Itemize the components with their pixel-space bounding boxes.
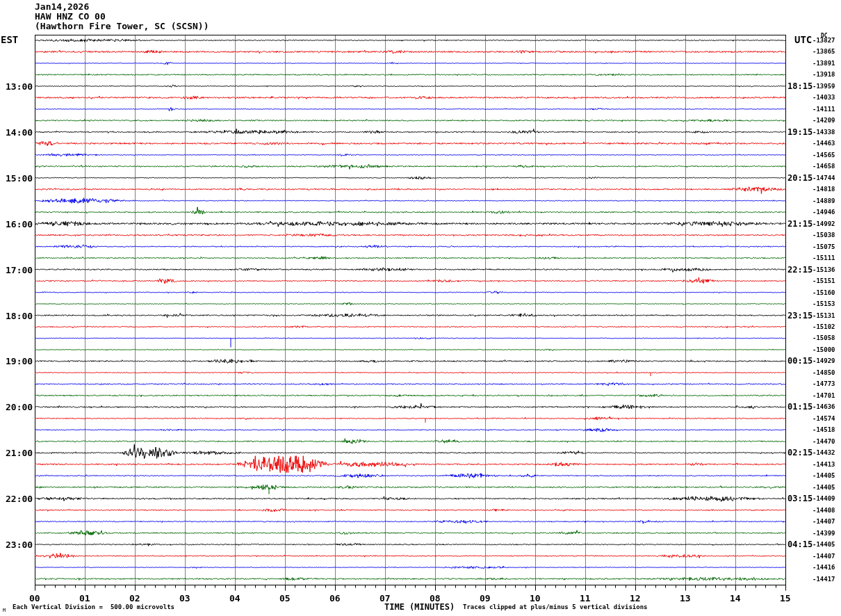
dc-offset-value: -15153 [813,300,835,307]
est-hour-label: 17:00 [6,265,33,275]
x-tick-label: 15 [780,593,791,603]
x-axis-title: TIME (MINUTES) [384,602,455,612]
dc-offset-value: -14416 [813,564,835,571]
x-tick-label: 01 [79,593,90,603]
dc-offset-value: -13891 [813,60,835,67]
right-axis-label-utc: UTC [794,34,812,45]
dc-offset-value: -14701 [813,392,835,399]
x-tick-label: 02 [129,593,140,603]
dc-offset-value: -15058 [813,334,835,341]
est-hour-label: 19:00 [6,356,33,366]
x-tick-label: 05 [279,593,291,603]
dc-offset-value: -14818 [813,186,835,193]
dc-offset-value: -14407 [813,553,835,560]
helicorder-app: Jan14,2026 HAW HNZ CO 00 (Hawthorn Fire … [0,0,841,616]
header-station: HAW HNZ CO 00 [35,12,106,22]
dc-offset-value: -15160 [813,289,835,296]
dc-offset-value: -13918 [813,71,835,78]
dc-offset-value: -14407 [813,518,835,525]
dc-offset-value: -13827 [813,37,835,44]
x-tick-label: 09 [480,593,491,603]
dc-offset-value: -15000 [813,346,835,353]
est-hour-label: 13:00 [6,81,33,92]
dc-offset-value: -15102 [813,323,835,330]
est-hour-label: 22:00 [6,494,33,504]
dc-offset-value: -15038 [813,232,835,238]
dc-offset-value: -15151 [813,277,835,284]
x-tick-label: 03 [179,593,190,603]
dc-offset-value: -14033 [813,94,835,101]
utc-hour-label: 03:15 [787,494,813,503]
dc-offset-value: -14992 [813,220,835,227]
scale-note: Each Vertical Division = 500.00 microvol… [13,603,174,610]
header-date: Jan14,2026 [35,2,89,12]
utc-hour-label: 20:15 [787,173,813,183]
utc-hour-label: 18:15 [787,81,813,91]
utc-hour-label: 21:15 [787,219,813,229]
utc-hour-label: 22:15 [787,265,813,275]
corner-watermark: M [3,608,6,613]
dc-offset-value: -14565 [813,152,835,159]
est-hour-label: 23:00 [6,540,33,550]
header-location: (Hawthorn Fire Tower, SC (SCSN)) [35,22,209,31]
dc-offset-value: -14744 [813,175,835,181]
x-tick-label: 10 [530,593,541,603]
x-tick-label: 11 [580,593,591,603]
dc-offset-value: -14413 [813,461,835,468]
dc-offset-value: -14408 [813,507,835,514]
est-hour-label: 20:00 [6,402,33,412]
x-tick-label: 00 [29,593,40,603]
est-hour-label: 16:00 [6,219,33,229]
utc-hour-label: 04:15 [787,540,813,549]
dc-offset-value: -14470 [813,438,835,445]
dc-offset-value: -13865 [813,48,835,55]
dc-offset-value: -14773 [813,380,835,387]
dc-offset-value: -14636 [813,403,835,410]
dc-offset-value: -15111 [813,254,835,261]
dc-offset-value: -14405 [813,484,835,491]
utc-hour-label: 19:15 [787,127,813,137]
dc-offset-value: -14850 [813,369,835,376]
est-hour-label: 21:00 [6,448,33,458]
dc-offset-value: -15131 [813,312,835,319]
est-hour-label: 15:00 [6,173,33,184]
dc-offset-value: -14111 [813,106,835,113]
est-hour-label: 18:00 [6,311,33,321]
dc-offset-value: -14463 [813,140,835,147]
x-tick-label: 12 [630,593,641,603]
utc-hour-label: 00:15 [787,356,813,366]
dc-offset-value: -14518 [813,426,835,433]
dc-offset-value: -14405 [813,472,835,479]
dc-offset-value: -14338 [813,129,835,136]
x-tick-label: 06 [329,593,341,603]
dc-offset-value: -14417 [813,576,835,583]
clip-note: Traces clipped at plus/minus 5 vertical … [463,603,648,610]
seismogram-plot-canvas [0,0,841,616]
dc-offset-value: -14409 [813,495,835,502]
utc-hour-label: 01:15 [787,402,813,412]
dc-offset-value: -14405 [813,541,835,548]
dc-offset-value: -14574 [813,415,835,422]
est-hour-label: 14:00 [6,127,33,138]
dc-offset-value: -14399 [813,530,835,537]
utc-hour-label: 23:15 [787,311,813,321]
x-tick-label: 04 [229,593,240,603]
dc-offset-value: -13959 [813,83,835,90]
utc-hour-label: 02:15 [787,448,813,457]
dc-offset-value: -14929 [813,357,835,364]
dc-offset-value: -14432 [813,449,835,456]
dc-offset-value: -14658 [813,163,835,170]
dc-offset-value: -15136 [813,266,835,273]
dc-offset-value: -14946 [813,209,835,216]
dc-offset-value: -14889 [813,197,835,204]
left-axis-label-est: EST [1,34,18,45]
dc-offset-value: -14209 [813,117,835,124]
x-tick-label: 14 [730,593,741,603]
dc-offset-value: -15075 [813,243,835,250]
x-tick-label: 13 [680,593,691,603]
